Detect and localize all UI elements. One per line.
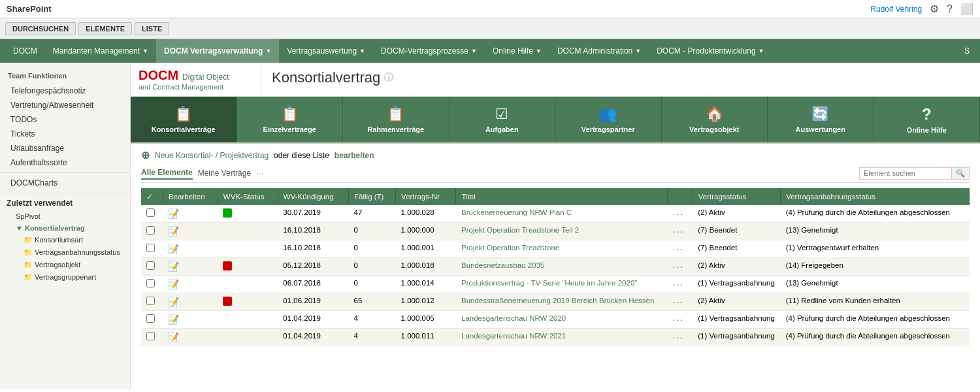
sidebar-item-telefongespraech[interactable]: Telefongespächsnotiz — [0, 84, 130, 98]
cell-titel[interactable]: Bundesstraßenerneuerung 2019 Bereich Brü… — [456, 293, 667, 311]
tile-aufgaben[interactable]: ☑ Aufgaben — [449, 97, 556, 142]
sidebar-item-vertragsobjekt[interactable]: 📁 Vertragsobjekt — [0, 259, 130, 271]
nav-online-hilfe[interactable]: Online Hilfe ▼ — [485, 39, 549, 63]
edit-icon[interactable]: 📝 — [168, 279, 179, 289]
titel-link[interactable]: Projekt Operation Treadstone Teil 2 — [461, 226, 579, 234]
titel-link[interactable]: Landesgartenschau NRW 2021 — [461, 332, 566, 340]
cell-more[interactable]: ··· — [667, 258, 693, 276]
th-wv-kuendigung[interactable]: WV-Kündigung — [278, 188, 348, 205]
ribbon-elemente[interactable]: ELEMENTE — [78, 22, 132, 35]
th-titel[interactable]: Titel — [456, 188, 667, 205]
search-button[interactable]: 🔍 — [951, 168, 969, 179]
cell-check[interactable] — [141, 223, 163, 240]
sidebar-item-konsortiumsart[interactable]: 📁 Konsortiumsart — [0, 234, 130, 246]
maximize-icon[interactable]: ⬜ — [960, 3, 973, 15]
cell-titel[interactable]: Brückenerneuerung NRW Plan C — [456, 205, 667, 223]
row-checkbox[interactable] — [146, 332, 155, 340]
tile-auswertungen[interactable]: 🔄 Auswertungen — [768, 97, 874, 142]
edit-icon[interactable]: 📝 — [168, 297, 179, 307]
titel-link[interactable]: Bundesnetzausbau 2035 — [461, 261, 544, 269]
cell-titel[interactable]: Bundesnetzausbau 2035 — [456, 258, 667, 276]
tab-meine-vertraege[interactable]: Meine Verträge — [198, 167, 251, 179]
cell-more[interactable]: ··· — [667, 205, 693, 223]
sidebar-item-aufenthaltssorte[interactable]: Aufenthaltssorte — [0, 155, 130, 170]
more-dots[interactable]: ··· — [672, 297, 684, 307]
nav-produktentwicklung[interactable]: DOCM - Produktentwicklung ▼ — [649, 39, 772, 63]
edit-icon[interactable]: 📝 — [168, 314, 179, 325]
cell-more[interactable]: ··· — [667, 223, 693, 240]
row-checkbox[interactable] — [146, 297, 155, 305]
th-bearbeiten[interactable]: Bearbeiten — [163, 188, 218, 205]
cell-check[interactable] — [141, 293, 163, 311]
more-dots[interactable]: ··· — [672, 314, 684, 325]
sidebar-item-sppivot[interactable]: SpPivot — [0, 210, 130, 222]
tab-more[interactable]: ··· — [256, 168, 264, 178]
sidebar-item-konsortialvertrag[interactable]: ▼ Konsortialvertrag — [0, 222, 130, 234]
cell-titel[interactable]: Produktionsvertrag - TV-Serie "Heute im … — [456, 276, 667, 293]
cell-check[interactable] — [141, 240, 163, 258]
cell-titel[interactable]: Projekt Operation Treadstone — [456, 240, 667, 258]
titel-link[interactable]: Landesgartenschau NRW 2020 — [461, 314, 566, 322]
th-faellig[interactable]: Fällig (T) — [349, 188, 396, 205]
row-checkbox[interactable] — [146, 279, 155, 287]
sidebar-item-docmcharts[interactable]: DOCMCharts — [0, 176, 130, 190]
tile-konsortialvertraege[interactable]: 📋 Konsortialverträge — [131, 97, 237, 142]
cell-titel[interactable]: Landesgartenschau NRW 2021 — [456, 329, 667, 346]
cell-more[interactable]: ··· — [667, 329, 693, 346]
row-checkbox[interactable] — [146, 261, 155, 270]
sidebar-item-tickets[interactable]: Tickets — [0, 127, 130, 141]
edit-icon[interactable]: 📝 — [168, 261, 179, 272]
nav-mandanten[interactable]: Mandanten Management ▼ — [45, 39, 156, 63]
edit-icon[interactable]: 📝 — [168, 332, 179, 342]
th-vertrags-nr[interactable]: Vertrags-Nr — [396, 188, 456, 205]
row-checkbox[interactable] — [146, 208, 155, 217]
more-dots[interactable]: ··· — [672, 279, 684, 289]
titel-link[interactable]: Brückenerneuerung NRW Plan C — [461, 208, 572, 216]
cell-check[interactable] — [141, 258, 163, 276]
page-title-info-icon[interactable]: ⓘ — [384, 72, 393, 84]
row-checkbox[interactable] — [146, 226, 155, 235]
new-item-plus[interactable]: ⊕ — [141, 149, 150, 161]
tile-vertragsobjekt[interactable]: 🏠 Vertragsobjekt — [662, 97, 768, 142]
nav-vertragsauswertung[interactable]: Vertragsauswertung ▼ — [279, 39, 373, 63]
cell-more[interactable]: ··· — [667, 240, 693, 258]
sidebar-item-urlaubsanfrage[interactable]: Urlaubsanfrage — [0, 141, 130, 155]
nav-docm[interactable]: DOCM — [5, 39, 45, 63]
cell-more[interactable]: ··· — [667, 276, 693, 293]
sidebar-item-vertretung[interactable]: Vertretung/Abwesenheit — [0, 98, 130, 112]
ribbon-liste[interactable]: LISTE — [135, 22, 169, 35]
more-dots[interactable]: ··· — [672, 332, 684, 342]
nav-vertragsprozesse[interactable]: DOCM-Vertragsprozesse ▼ — [373, 39, 485, 63]
ribbon-durchsuchen[interactable]: DURCHSUCHEN — [5, 22, 76, 35]
cell-more[interactable]: ··· — [667, 293, 693, 311]
row-checkbox[interactable] — [146, 244, 155, 252]
sidebar-group-zuletzt[interactable]: Zuletzt verwendet — [0, 196, 130, 210]
edit-icon[interactable]: 📝 — [168, 208, 179, 219]
cell-check[interactable] — [141, 311, 163, 329]
edit-icon[interactable]: 📝 — [168, 244, 179, 254]
nav-administration[interactable]: DOCM Administration ▼ — [549, 39, 649, 63]
tile-vertragspartner[interactable]: 👥 Vertragspartner — [555, 97, 662, 142]
tile-online-hilfe[interactable]: ? Online Hilfe — [874, 97, 981, 142]
cell-titel[interactable]: Landesgartenschau NRW 2020 — [456, 311, 667, 329]
cell-check[interactable] — [141, 276, 163, 293]
th-anb-status[interactable]: Vertragsanbahnungsstatus — [781, 188, 970, 205]
new-contract-link[interactable]: Neue Konsortial- / Projektvertrag — [155, 151, 269, 160]
cell-more[interactable]: ··· — [667, 311, 693, 329]
search-input[interactable] — [860, 168, 951, 178]
more-dots[interactable]: ··· — [672, 244, 684, 254]
titel-link[interactable]: Projekt Operation Treadstone — [461, 244, 559, 252]
titel-link[interactable]: Bundesstraßenerneuerung 2019 Bereich Brü… — [461, 297, 654, 304]
edit-list-link[interactable]: bearbeiten — [335, 151, 374, 160]
edit-icon[interactable]: 📝 — [168, 226, 179, 237]
cell-titel[interactable]: Projekt Operation Treadstone Teil 2 — [456, 223, 667, 240]
nav-vertragsverwaltung[interactable]: DOCM Vertragsverwaltung ▼ — [156, 39, 279, 63]
cell-check[interactable] — [141, 205, 163, 223]
sidebar-item-todos[interactable]: TODOs — [0, 112, 130, 127]
titel-link[interactable]: Produktionsvertrag - TV-Serie "Heute im … — [461, 279, 637, 287]
sidebar-item-vertragsanbahnungsstatus[interactable]: 📁 Vertragsanbahnungsstatus — [0, 246, 130, 259]
help-icon[interactable]: ? — [947, 3, 953, 15]
user-menu[interactable]: Rudolf Vehring — [870, 5, 922, 14]
row-checkbox[interactable] — [146, 314, 155, 323]
sidebar-item-vertragsgruppenart[interactable]: 📁 Vertragsgruppenart — [0, 271, 130, 284]
